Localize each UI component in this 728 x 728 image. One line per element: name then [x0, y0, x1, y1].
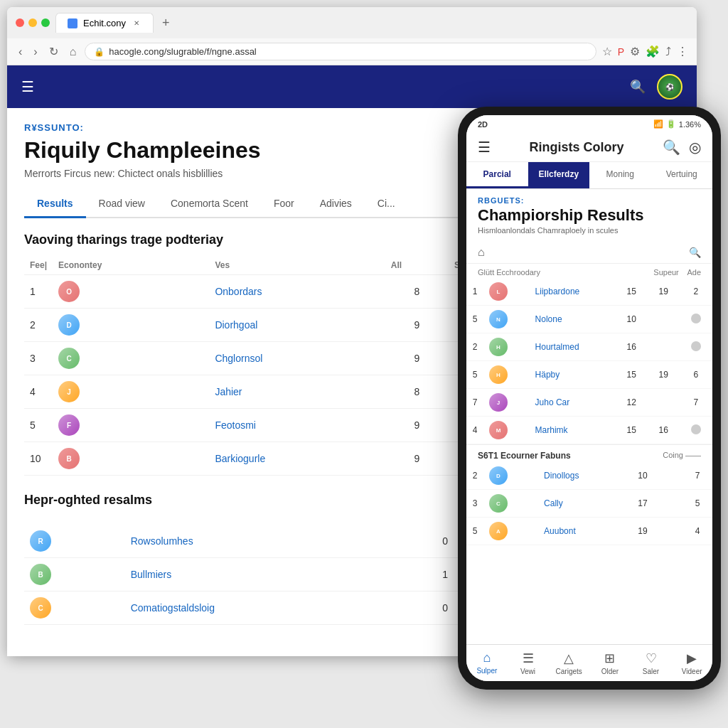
- col-ves: Ves: [209, 256, 385, 275]
- maximize-button[interactable]: [41, 18, 50, 27]
- phone-header-title: Ringists Colory: [529, 140, 623, 155]
- extensions-icon[interactable]: 🧩: [646, 45, 660, 58]
- browser-tab[interactable]: Echit.cony ✕: [55, 13, 154, 33]
- phone-nav-older[interactable]: ⊞ Older: [589, 645, 631, 681]
- phone-section-label-right: Supeur Ade: [653, 268, 701, 277]
- phone-profile-icon[interactable]: ◎: [689, 139, 701, 156]
- nav-label-carigets: Carigets: [556, 668, 582, 675]
- nav-label-sulper: Sulper: [476, 667, 497, 675]
- back-button[interactable]: ‹: [16, 44, 25, 60]
- secondary-section-title: Hepr-oghted resalms: [24, 493, 152, 508]
- grid-nav-icon: ⊞: [604, 651, 615, 666]
- reload-button[interactable]: ↻: [46, 43, 61, 60]
- phone-nav-carigets[interactable]: △ Carigets: [548, 645, 589, 681]
- minimize-button[interactable]: [28, 18, 37, 27]
- more-icon[interactable]: ⋮: [677, 45, 688, 58]
- traffic-lights: [16, 18, 50, 27]
- toolbar-icons: ☆ P ⚙ 🧩 ⤴ ⋮: [602, 45, 688, 58]
- nav-label-vewi: Vewi: [520, 668, 535, 675]
- status-left: 2D: [478, 120, 488, 129]
- phone-header: ☰ Ringists Colory 🔍 ◎: [466, 133, 712, 162]
- phone-nav-vewi[interactable]: ☰ Vewi: [508, 645, 549, 681]
- phone-section-label-left: Glütt Ecchroodary: [478, 268, 540, 277]
- tab-foor[interactable]: Foor: [261, 191, 307, 218]
- breadcrumb-home-icon[interactable]: ⌂: [478, 246, 485, 259]
- phone-nav-saler[interactable]: ♡ Saler: [631, 645, 672, 681]
- list-item: 4 M Marhimk 15 16: [466, 417, 712, 444]
- share-icon[interactable]: ⤴: [665, 46, 671, 58]
- tab-ci[interactable]: Ci...: [365, 191, 408, 218]
- phone-tab-vertuing[interactable]: Vertuing: [651, 162, 713, 188]
- phone-tabs: Parcial Ellcferdzy Moning Vertuing: [466, 162, 712, 189]
- hamburger-icon[interactable]: ☰: [21, 78, 34, 95]
- heart-nav-icon: ♡: [646, 651, 657, 666]
- phone-subsection-title: S6T1 Ecourner Fabuns: [478, 451, 571, 461]
- video-nav-icon: ▶: [687, 651, 697, 666]
- phone-header-icons: 🔍 ◎: [663, 139, 701, 156]
- phone-page-subtitle: Hismloanlondals Chamraploely in scules: [466, 226, 712, 242]
- phone-status-bar: 2D 📶 🔋 1.36%: [466, 115, 712, 133]
- tab-conemortascent[interactable]: Conemorta Scent: [158, 191, 261, 218]
- header-right: 🔍 ⚽: [630, 74, 682, 100]
- menu-nav-icon: ☰: [523, 651, 534, 666]
- browser-titlebar: Echit.cony ✕ +: [7, 7, 697, 38]
- bookmark-icon[interactable]: ☆: [602, 45, 612, 58]
- phone-content: RBGUETS: Champiorship Results Hismloanlo…: [466, 189, 712, 644]
- mobile-phone: 2D 📶 🔋 1.36% ☰ Ringists Colory 🔍 ◎ Parci…: [458, 107, 721, 690]
- list-item: 5 H Häpby 15 19 6: [466, 361, 712, 389]
- lock-icon: 🔒: [94, 47, 105, 57]
- nav-label-videer: Videer: [682, 668, 702, 675]
- home-button[interactable]: ⌂: [67, 44, 80, 60]
- profile-icon[interactable]: P: [618, 46, 624, 58]
- site-logo: ⚽: [657, 74, 682, 100]
- nav-label-older: Older: [601, 668, 619, 675]
- settings-icon[interactable]: ⚙: [630, 45, 640, 58]
- list-item: 5 N Nolone 10: [466, 306, 712, 333]
- battery-percent: 1.36%: [679, 120, 701, 129]
- tab-favicon: [68, 18, 77, 28]
- tab-close-icon[interactable]: ✕: [132, 18, 141, 28]
- list-item: 5 A Auubont 19 4: [466, 518, 712, 545]
- close-button[interactable]: [16, 18, 24, 27]
- browser-toolbar: ‹ › ↻ ⌂ 🔒 hacogle.cong/slugrable/f/ngne.…: [7, 38, 697, 65]
- tab-road-view[interactable]: Road view: [86, 191, 158, 218]
- list-item: 2 H Hourtalmed 16: [466, 333, 712, 361]
- site-header: ☰ 🔍 ⚽: [7, 65, 697, 108]
- phone-subsection-sub: Coing ——: [663, 451, 701, 461]
- nav-label-saler: Saler: [643, 668, 659, 675]
- phone-tab-parcial[interactable]: Parcial: [466, 162, 528, 188]
- phone-breadcrumb: ⌂ 🔍: [466, 242, 712, 264]
- address-bar[interactable]: 🔒 hacogle.cong/slugrable/f/ngne.assal: [85, 43, 596, 60]
- status-right: 📶 🔋 1.36%: [653, 119, 701, 129]
- phone-category-label: RBGUETS:: [466, 189, 712, 206]
- phone-main-table: 1 L Liipbardone 15 19 2 5 N Nolone 10: [466, 278, 712, 444]
- col-all: All: [385, 256, 449, 275]
- tab-results[interactable]: Results: [24, 191, 86, 218]
- header-search-icon[interactable]: 🔍: [630, 79, 646, 95]
- phone-nav-videer[interactable]: ▶ Videer: [671, 645, 712, 681]
- phone-sub-table: 2 D Dinollogs 10 7 3 C Cally 17 5: [466, 462, 712, 545]
- new-tab-button[interactable]: +: [162, 16, 170, 31]
- phone-page-title: Champiorship Results: [466, 206, 712, 226]
- wifi-icon: 🔋: [666, 119, 676, 129]
- phone-screen: 2D 📶 🔋 1.36% ☰ Ringists Colory 🔍 ◎ Parci…: [466, 115, 712, 681]
- forward-button[interactable]: ›: [31, 44, 40, 60]
- list-item: 3 C Cally 17 5: [466, 490, 712, 518]
- phone-search-icon[interactable]: 🔍: [663, 139, 680, 156]
- phone-nav-sulper[interactable]: ⌂ Sulper: [466, 645, 508, 681]
- list-item: 7 J Juho Car 12 7: [466, 389, 712, 417]
- col-econontey: Econontey: [53, 256, 209, 275]
- carigets-nav-icon: △: [564, 651, 574, 666]
- home-nav-icon: ⌂: [483, 651, 491, 665]
- battery-icon: 📶: [653, 119, 663, 129]
- phone-tab-ellcferdzy[interactable]: Ellcferdzy: [528, 162, 590, 188]
- tab-adivies[interactable]: Adivies: [307, 191, 365, 218]
- col-fee: Fee|: [24, 256, 53, 275]
- phone-menu-icon[interactable]: ☰: [478, 139, 491, 156]
- phone-bottom-nav: ⌂ Sulper ☰ Vewi △ Carigets ⊞ Older ♡ Sal…: [466, 644, 712, 681]
- list-item: 2 D Dinollogs 10 7: [466, 462, 712, 490]
- tab-title: Echit.cony: [83, 18, 126, 28]
- phone-tab-moning[interactable]: Moning: [589, 162, 651, 188]
- url-text: hacogle.cong/slugrable/f/ngne.assal: [109, 46, 256, 57]
- breadcrumb-search-icon[interactable]: 🔍: [689, 247, 701, 258]
